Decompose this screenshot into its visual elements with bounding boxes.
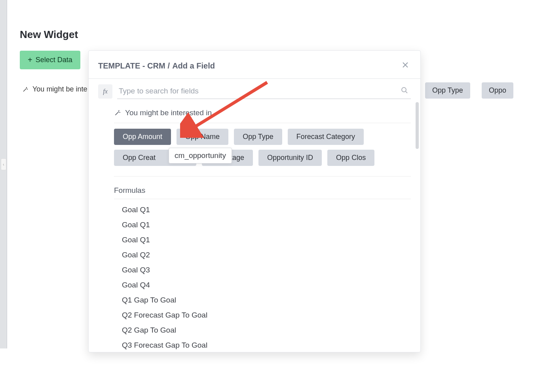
scrollbar-thumb[interactable] (416, 102, 419, 149)
formula-item[interactable]: Goal Q1 (114, 202, 411, 217)
svg-point-0 (402, 88, 406, 92)
formulas-section: Formulas Goal Q1 Goal Q1 Goal Q1 Goal Q2… (89, 181, 420, 352)
modal-body: You might be interested in Opp Amount Op… (89, 101, 420, 352)
search-input[interactable] (117, 84, 411, 99)
formula-item[interactable]: Goal Q3 (114, 263, 411, 278)
search-input-wrap (117, 84, 411, 99)
formula-item[interactable]: Goal Q1 (114, 232, 411, 247)
formulas-title: Formulas (114, 186, 411, 199)
pill-opp-closed[interactable]: Opp Clos (327, 150, 374, 166)
bg-pill-oppo[interactable]: Oppo (482, 82, 513, 99)
formula-item[interactable]: Goal Q1 (114, 217, 411, 232)
pill-row-1: Opp Amount Opp Name Opp Type Forecast Ca… (114, 129, 411, 145)
interest-header: You might be interested in (114, 108, 411, 117)
bg-pill-opp-type[interactable]: Opp Type (425, 82, 470, 99)
expand-handle[interactable]: ‹ (1, 158, 6, 170)
select-data-button[interactable]: + Select Data (20, 51, 80, 69)
search-row: fx (89, 79, 420, 101)
suggest-row-label: You might be inte (32, 85, 87, 93)
formula-item[interactable]: Q1 Gap To Goal (114, 293, 411, 308)
pill-opp-type[interactable]: Opp Type (234, 129, 282, 145)
formulas-list: Goal Q1 Goal Q1 Goal Q1 Goal Q2 Goal Q3 … (114, 202, 411, 352)
pill-opp-name[interactable]: Opp Name (177, 129, 228, 145)
formula-item[interactable]: Goal Q4 (114, 278, 411, 293)
pill-forecast-category[interactable]: Forecast Category (288, 129, 364, 145)
breadcrumb-separator: / (168, 61, 170, 70)
magic-wand-icon (114, 109, 121, 116)
close-button[interactable] (400, 59, 411, 73)
interest-label: You might be interested in (125, 108, 212, 117)
breadcrumb-root[interactable]: TEMPLATE - CRM (98, 61, 165, 70)
formula-item[interactable]: Q2 Gap To Goal (114, 323, 411, 338)
select-data-label: Select Data (36, 56, 72, 64)
modal-header: TEMPLATE - CRM / Add a Field (89, 51, 420, 79)
breadcrumb-leaf: Add a Field (172, 61, 215, 70)
field-tooltip: cm_opportunity (169, 148, 232, 164)
plus-icon: + (28, 55, 32, 65)
pill-container: Opp Amount Opp Name Opp Type Forecast Ca… (114, 123, 411, 177)
pill-opportunity-id[interactable]: Opportunity ID (258, 150, 322, 166)
add-field-modal: TEMPLATE - CRM / Add a Field fx (88, 50, 421, 352)
breadcrumb: TEMPLATE - CRM / Add a Field (98, 61, 215, 70)
formula-item[interactable]: Goal Q2 (114, 247, 411, 263)
interest-section: You might be interested in Opp Amount Op… (89, 101, 420, 181)
close-icon (401, 61, 409, 69)
magic-wand-icon (22, 86, 28, 93)
formula-item[interactable]: Q2 Forecast Gap To Goal (114, 308, 411, 323)
suggest-row-background: You might be inte (22, 85, 87, 93)
pill-row-2: Opp Creat Stage Opportunity ID Opp Clos (114, 150, 411, 166)
pill-opp-amount[interactable]: Opp Amount (114, 129, 171, 145)
page-title: New Widget (20, 29, 78, 41)
formula-item[interactable]: Q3 Forecast Gap To Goal (114, 338, 411, 352)
fx-badge[interactable]: fx (98, 84, 112, 99)
left-sidebar-edge: ‹ (0, 0, 7, 348)
search-icon (401, 86, 408, 96)
